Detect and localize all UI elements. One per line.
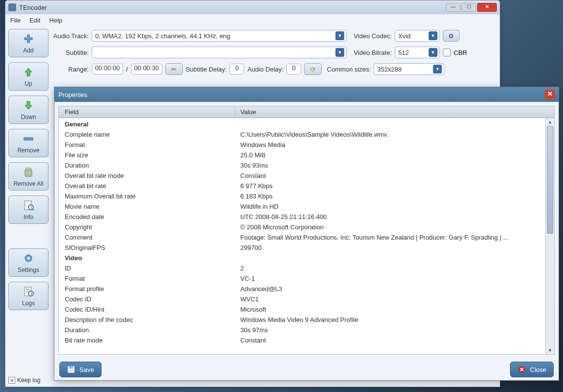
plus-icon <box>22 32 35 45</box>
minimize-button[interactable]: — <box>446 3 461 12</box>
range-end-input[interactable]: 00:00:30 <box>131 64 162 74</box>
table-row[interactable]: SfOriginalFPS299700 <box>59 243 545 253</box>
field-cell: Codec ID <box>59 295 235 303</box>
save-button[interactable]: Save <box>59 362 102 377</box>
close-icon <box>517 365 526 374</box>
subtitle-delay-input[interactable]: 0 <box>230 64 244 74</box>
audio-track-combo[interactable]: 0, WMA2, 192 Kbps, 2 channels, 44.1 KHz,… <box>92 30 347 42</box>
value-cell: Constant <box>235 172 545 179</box>
value-cell: Windows Media <box>235 141 545 148</box>
preview-icon: ⟳ <box>310 66 316 73</box>
keep-log-checkbox[interactable]: ✕ Keep log <box>8 377 49 384</box>
table-row[interactable]: Overall bit rate modeConstant <box>59 171 545 181</box>
close-window-button[interactable]: ✕ <box>477 3 497 12</box>
value-cell: © 2008 Microsoft Corporation <box>235 223 545 231</box>
chevron-down-icon: ▼ <box>335 31 344 40</box>
dialog-close-x-button[interactable]: ✕ <box>545 90 555 99</box>
minus-icon <box>22 132 35 145</box>
common-sizes-combo[interactable]: 352x288 ▼ <box>374 63 444 75</box>
down-label: Down <box>21 114 36 121</box>
value-cell: Advanced@L3 <box>235 285 545 293</box>
table-row[interactable]: Codec IDWVC1 <box>59 294 545 304</box>
table-row[interactable]: Format profileAdvanced@L3 <box>59 284 545 294</box>
scroll-up-icon[interactable]: ▲ <box>546 118 554 126</box>
field-cell: Overall bit rate mode <box>59 172 235 179</box>
value-cell: Microsoft <box>235 306 545 313</box>
field-cell: Complete name <box>59 131 235 138</box>
video-bitrate-combo[interactable]: 512 ▼ <box>395 47 440 58</box>
video-codec-combo[interactable]: Xvid ▼ <box>395 30 440 42</box>
up-label: Up <box>25 80 32 87</box>
value-cell: Windows Media Video 9 Advanced Profile <box>235 316 545 323</box>
table-row[interactable]: Bit rate modeConstant <box>59 335 545 345</box>
table-row[interactable]: FormatWindows Media <box>59 140 545 150</box>
remove-all-button[interactable]: Remove All <box>8 162 49 191</box>
cut-button[interactable]: ✂ <box>165 63 183 75</box>
maximize-button[interactable]: ☐ <box>461 3 476 12</box>
down-button[interactable]: Down <box>8 96 49 124</box>
value-cell: Wildlife in HD <box>235 203 545 210</box>
value-cell: 30s 97ms <box>235 326 545 334</box>
field-cell: File size <box>59 151 235 159</box>
field-cell: Maximum Overall bit rate <box>59 193 235 200</box>
svg-rect-1 <box>25 170 32 176</box>
table-row[interactable]: Video <box>59 253 545 263</box>
logs-button[interactable]: Logs <box>8 282 49 310</box>
scroll-thumb[interactable] <box>547 126 553 234</box>
table-row[interactable]: Maximum Overall bit rate6 183 Kbps <box>59 191 545 201</box>
check-icon: ✕ <box>8 377 15 384</box>
cbr-checkbox[interactable] <box>443 49 451 56</box>
table-row[interactable]: General <box>59 119 545 129</box>
codec-settings-button[interactable]: ⚙ <box>443 30 460 42</box>
titlebar: TEncoder — ☐ ✕ <box>5 0 500 14</box>
dialog-title: Properties <box>58 91 87 98</box>
table-row[interactable]: FormatVC-1 <box>59 273 545 284</box>
column-value[interactable]: Value <box>235 108 545 116</box>
table-row[interactable]: Movie nameWildlife in HD <box>59 201 545 212</box>
menu-edit[interactable]: Edit <box>29 17 40 24</box>
table-row[interactable]: Encoded dateUTC 2008-08-25 21:11:16.400 <box>59 212 545 222</box>
table-row[interactable]: Description of the codecWindows Media Vi… <box>59 315 545 325</box>
value-cell: 25.0 MiB <box>235 151 545 159</box>
value-cell: C:\Users\Public\Videos\Sample Videos\Wil… <box>235 131 545 138</box>
field-cell: Format <box>59 141 235 148</box>
table-row[interactable]: Duration30s 93ms <box>59 160 545 171</box>
menu-file[interactable]: File <box>10 17 21 24</box>
svg-rect-0 <box>24 138 33 140</box>
arrow-down-icon <box>22 99 35 112</box>
field-cell: Video <box>59 254 235 262</box>
value-cell: UTC 2008-08-25 21:11:16.400 <box>235 213 545 220</box>
table-row[interactable]: CommentFootage: Small World Productions,… <box>59 232 545 243</box>
gear-icon <box>22 252 35 265</box>
scrollbar[interactable]: ▲ ▼ <box>545 118 554 354</box>
settings-button[interactable]: Settings <box>8 248 49 277</box>
add-button[interactable]: Add <box>8 29 49 57</box>
close-button[interactable]: Close <box>510 362 554 377</box>
value-cell: Footage: Small World Productions, Inc; T… <box>235 234 545 241</box>
info-button[interactable]: Info <box>8 196 49 224</box>
subtitle-delay-label: Subtitle Delay: <box>186 66 227 73</box>
table-row[interactable]: File size25.0 MiB <box>59 150 545 160</box>
field-cell: SfOriginalFPS <box>59 244 235 251</box>
chevron-down-icon: ▼ <box>335 48 344 57</box>
up-button[interactable]: Up <box>8 62 49 91</box>
menu-help[interactable]: Help <box>49 17 62 24</box>
table-row[interactable]: Overall bit rate6 977 Kbps <box>59 181 545 191</box>
scroll-down-icon[interactable]: ▼ <box>546 346 554 354</box>
video-bitrate-value: 512 <box>398 49 429 56</box>
table-row[interactable]: Codec ID/HintMicrosoft <box>59 304 545 315</box>
properties-table: Field Value GeneralComplete nameC:\Users… <box>58 106 555 355</box>
preview-button[interactable]: ⟳ <box>304 63 322 75</box>
range-start-input[interactable]: 00:00:00 <box>92 64 123 74</box>
table-row[interactable]: Complete nameC:\Users\Public\Videos\Samp… <box>59 129 545 140</box>
audio-delay-input[interactable]: 0 <box>286 64 301 74</box>
subtitle-combo[interactable]: ▼ <box>92 47 347 58</box>
svg-rect-13 <box>69 366 73 368</box>
table-row[interactable]: Copyright© 2008 Microsoft Corporation <box>59 222 545 232</box>
table-row[interactable]: ID2 <box>59 263 545 273</box>
remove-button[interactable]: Remove <box>8 129 49 157</box>
column-field[interactable]: Field <box>59 108 235 116</box>
table-row[interactable]: Duration30s 97ms <box>59 325 545 335</box>
value-cell: 6 977 Kbps <box>235 182 545 190</box>
keep-log-label: Keep log <box>17 377 40 384</box>
